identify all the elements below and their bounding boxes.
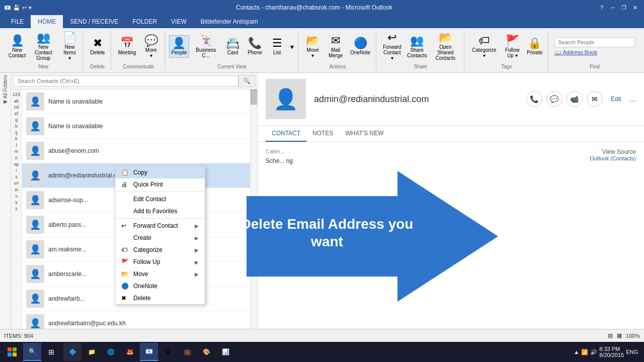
ctx-move[interactable]: 📂 Move ▶ <box>115 268 205 280</box>
ctx-forward-contact[interactable]: ↩ Forward Contact ▶ <box>115 220 205 232</box>
list-item[interactable]: 👤 abuse@enom.com <box>22 139 250 163</box>
contact-action-video[interactable]: 📹 <box>567 91 583 107</box>
view-normal-icon[interactable]: ▤ <box>608 332 613 339</box>
tray-volume[interactable]: 🔊 <box>590 349 597 355</box>
view-people-button[interactable]: 👤 People <box>169 35 189 58</box>
view-phone-button[interactable]: 📞 Phone <box>245 36 265 57</box>
contact-action-email[interactable]: ✉ <box>587 91 603 107</box>
alpha-uv[interactable]: uv <box>14 180 19 187</box>
minimize-btn[interactable]: ─ <box>608 3 618 13</box>
taskbar-app3[interactable]: 🎨 <box>197 343 215 361</box>
tab-file[interactable]: FILE <box>4 15 31 28</box>
ctx-delete[interactable]: ✖ Delete <box>115 292 205 304</box>
search-people-input[interactable] <box>554 37 635 47</box>
list-item[interactable]: 👤 Name is unavailable <box>22 114 250 139</box>
alpha-x[interactable]: x <box>15 193 18 200</box>
alpha-ij[interactable]: ij <box>16 130 18 136</box>
tab-folder[interactable]: FOLDER <box>125 15 164 28</box>
categorize-button[interactable]: 🏷 Categorize ▾ <box>468 33 501 60</box>
view-dropdown-btn[interactable]: ▾ <box>289 42 295 52</box>
contact-action-msg[interactable]: 💬 <box>546 91 562 107</box>
folder-sidebar[interactable]: ◀ All Folders <box>0 73 11 339</box>
follow-up-button[interactable]: 🚩 FollowUp ▾ <box>502 33 522 60</box>
mail-merge-button[interactable]: ✉ MailMerge <box>326 33 346 60</box>
taskbar-firefox[interactable]: 🦊 <box>121 343 139 361</box>
view-list-button[interactable]: ☰ List <box>267 36 287 57</box>
taskbar-search[interactable]: 🔍 <box>23 343 41 361</box>
contact-action-call[interactable]: 📞 <box>526 91 542 107</box>
new-contact-button[interactable]: 👤 NewContact <box>7 33 27 60</box>
list-item[interactable]: 👤 Name is unavailable <box>22 89 250 114</box>
alpha-ab[interactable]: ab <box>14 98 19 105</box>
ctx-onenote[interactable]: 🔵 OneNote <box>115 280 205 292</box>
alpha-z[interactable]: z <box>15 206 18 212</box>
alpha-g[interactable]: g <box>15 117 18 123</box>
taskbar-explorer[interactable]: 📁 <box>83 343 101 361</box>
address-book-link[interactable]: 📖 Address Book <box>554 49 635 56</box>
ctx-quick-print[interactable]: 🖨 Quick Print <box>115 178 205 191</box>
alpha-op[interactable]: op <box>14 161 19 168</box>
tab-home[interactable]: HOME <box>31 15 63 28</box>
tab-whats-new[interactable]: WHAT'S NEW <box>339 126 389 142</box>
view-business-button[interactable]: 🃏 Business C... <box>191 33 221 60</box>
task-view-btn[interactable]: ⊞ <box>42 343 60 361</box>
alpha-ef[interactable]: ef <box>15 111 19 117</box>
tray-arrow[interactable]: ▲ <box>574 349 579 355</box>
more-options-link[interactable]: ... <box>629 95 636 104</box>
meeting-button[interactable]: 📅 Meeting <box>115 36 138 57</box>
taskbar-chrome[interactable]: 🌐 <box>102 343 120 361</box>
search-button[interactable]: 🔍 <box>238 75 255 87</box>
onenote-ribbon-button[interactable]: 🔵 OneNote <box>348 36 373 57</box>
undo-btn[interactable]: ↩ <box>22 5 27 11</box>
ctx-copy[interactable]: 📋 Copy <box>115 166 205 178</box>
alpha-m[interactable]: m <box>15 148 19 155</box>
edit-contact-link[interactable]: Edit <box>611 96 621 103</box>
taskbar-app1[interactable]: 🖥 <box>159 343 177 361</box>
close-btn[interactable]: ✕ <box>630 3 640 13</box>
ctx-follow-up[interactable]: 🚩 Follow Up ▶ <box>115 256 205 268</box>
start-button[interactable] <box>2 343 22 361</box>
alpha-y[interactable]: y <box>15 199 18 206</box>
alpha-w[interactable]: w <box>15 187 18 193</box>
delete-button[interactable]: ✖ Delete <box>87 36 108 57</box>
alpha-cd[interactable]: cd <box>14 104 19 111</box>
forward-contact-button[interactable]: ↩ ForwardContact ▾ <box>380 30 404 63</box>
new-items-button[interactable]: 📄 NewItems ▾ <box>59 30 79 63</box>
ctx-add-favorites[interactable]: Add to Favorites <box>115 205 205 217</box>
ctx-categorize[interactable]: 🏷 Categorize ▶ <box>115 244 205 256</box>
tab-contact[interactable]: CONTACT <box>266 126 306 142</box>
tab-bitdefender[interactable]: Bitdefender Antispam <box>194 15 265 28</box>
all-folders-label[interactable]: ◀ All Folders <box>3 75 8 105</box>
alpha-s[interactable]: s <box>15 174 18 180</box>
alpha-123[interactable]: 123 <box>13 92 20 98</box>
share-contacts-button[interactable]: 👥 ShareContacts <box>406 33 428 60</box>
taskbar-app2[interactable]: 💼 <box>178 343 196 361</box>
alpha-n[interactable]: n <box>15 155 18 161</box>
ctx-edit-contact[interactable]: Edit Contact <box>115 193 205 205</box>
view-source-value[interactable]: Outlook (Contacts) <box>457 155 636 161</box>
view-card-button[interactable]: 📇 Card <box>223 36 243 57</box>
tab-view[interactable]: VIEW <box>164 15 194 28</box>
restore-btn[interactable]: ❐ <box>619 3 629 13</box>
taskbar-edge[interactable]: 🔷 <box>63 343 82 361</box>
tab-send-receive[interactable]: SEND / RECEIVE <box>63 15 125 28</box>
help-btn[interactable]: ? <box>597 3 607 13</box>
quick-access[interactable]: 💾 <box>13 5 20 11</box>
private-button[interactable]: 🔒 Private <box>524 36 545 57</box>
new-contact-group-button[interactable]: 👥 New ContactGroup <box>29 30 57 63</box>
view-reading-icon[interactable]: ▦ <box>617 332 622 339</box>
more-button[interactable]: 💬 More ▾ <box>141 33 162 60</box>
search-contacts-input[interactable] <box>13 75 238 86</box>
alpha-k[interactable]: k <box>15 136 18 142</box>
move-button[interactable]: 📂 Move ▾ <box>302 33 324 60</box>
open-shared-button[interactable]: 📂 Open SharedContacts <box>430 30 461 63</box>
tab-notes[interactable]: NOTES <box>306 126 339 142</box>
alpha-r[interactable]: r <box>16 167 17 174</box>
scroll-thumb[interactable] <box>251 89 257 105</box>
taskbar-outlook[interactable]: 📧 <box>140 343 158 361</box>
ctx-create[interactable]: Create ▶ <box>115 232 205 244</box>
alpha-l[interactable]: l <box>16 142 17 149</box>
alpha-h[interactable]: h <box>15 123 18 130</box>
tray-network[interactable]: 📶 <box>581 349 588 355</box>
taskbar-app4[interactable]: 📊 <box>216 343 234 361</box>
